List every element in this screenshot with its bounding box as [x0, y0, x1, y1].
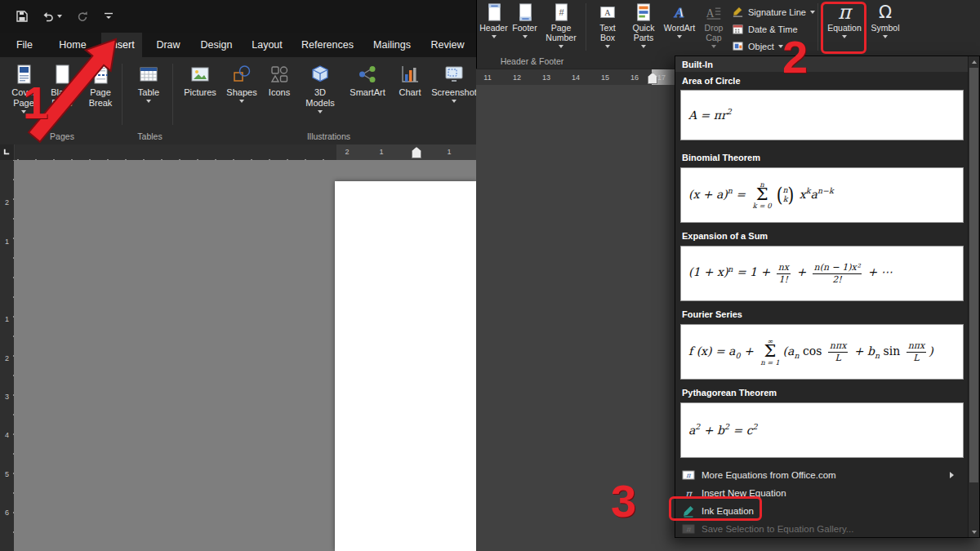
wordart-button[interactable]: A WordArt [662, 1, 697, 53]
screenshot-icon [443, 63, 465, 86]
group-divider [172, 64, 173, 125]
footer-icon [515, 2, 535, 22]
gallery-item-expansion-of-a-sum[interactable]: (1 + x)n = 1 + nx1! + n(n − 1)x²2! + ⋯ [680, 246, 964, 301]
text-box-button[interactable]: A Text Box [590, 1, 625, 53]
ruler-number: 17 [657, 73, 666, 82]
chevron-down-icon [559, 45, 564, 48]
submenu-arrow-icon [950, 472, 954, 478]
3d-models-button[interactable]: 3D Models [297, 60, 343, 131]
equation-preview: (x + a)n = nΣk = 0(nk) xkan−k [688, 181, 834, 210]
svg-text:A: A [706, 7, 714, 20]
word-window: File Home Insert Draw Design Layout Refe… [0, 0, 980, 551]
shapes-button[interactable]: Shapes [222, 60, 261, 131]
svg-text:A: A [604, 8, 611, 17]
ruler-number: 2 [0, 354, 14, 362]
quick-parts-icon [634, 2, 653, 22]
pictures-icon [189, 63, 211, 86]
icons-button[interactable]: Icons [262, 60, 296, 131]
document-page[interactable] [335, 181, 476, 551]
gallery-item-pythagorean-theorem[interactable]: a2 + b2 = c2 [680, 402, 964, 458]
chart-button[interactable]: Chart [391, 60, 429, 131]
equation-preview: A = πr2 [688, 107, 732, 122]
ruler-number: 13 [541, 73, 551, 82]
tab-references[interactable]: References [296, 33, 359, 57]
screenshot-button[interactable]: Screenshot [430, 60, 479, 131]
chevron-down-icon [605, 45, 610, 48]
ruler-page-zone [336, 144, 476, 160]
ruler-number: 15 [600, 73, 610, 82]
ruler-number: 5 [0, 470, 14, 478]
step-3-label: 3 [611, 478, 636, 524]
tab-review[interactable]: Review [425, 33, 470, 57]
quick-parts-button[interactable]: Quick Parts [626, 1, 661, 53]
group-label-header-footer: Header & Footer [479, 56, 586, 66]
tab-mailings[interactable]: Mailings [366, 33, 418, 57]
drop-cap-icon: A [704, 2, 724, 22]
gallery-item-name: Expansion of a Sum [682, 231, 768, 241]
ruler-number: 11 [483, 73, 492, 82]
vertical-ruler: 2 1 1 2 3 4 5 6 [0, 160, 15, 551]
ruler-number: 6 [0, 509, 14, 517]
chevron-down-icon [810, 11, 815, 14]
tab-layout[interactable]: Layout [245, 33, 289, 57]
save-selection-icon: π [682, 522, 695, 535]
dropdown-scrollbar[interactable] [968, 56, 979, 537]
equation-preview: f (x) = a0 + ∞Σn = 1(an cos nπxL + bn si… [688, 338, 933, 367]
document-canvas-area [14, 160, 476, 551]
ruler-number: 1 [0, 315, 14, 323]
chevron-down-icon [677, 35, 682, 38]
object-button[interactable]: Object [731, 38, 783, 54]
object-icon [731, 40, 744, 53]
icons-icon [269, 63, 290, 86]
date-time-icon [731, 23, 744, 36]
gallery-item-binomial-theorem[interactable]: (x + a)n = nΣk = 0(nk) xkan−k [680, 167, 964, 223]
gallery-item-name: Pythagorean Theorem [682, 388, 777, 398]
chevron-down-icon [492, 35, 497, 38]
equation-preview: a2 + b2 = c2 [688, 422, 758, 438]
chevron-down-icon [641, 45, 646, 48]
page-number-button[interactable]: # Page Number [541, 1, 581, 53]
equation-highlight-box [821, 2, 866, 54]
menu-item-label: More Equations from Office.com [702, 470, 836, 480]
symbol-omega-icon: Ω [879, 2, 892, 22]
shapes-icon [231, 63, 252, 86]
ruler-number: 1 [376, 148, 386, 156]
page-number-icon: # [551, 2, 571, 22]
ruler-number: 2 [0, 198, 14, 207]
tab-design[interactable]: Design [194, 33, 238, 57]
smartart-icon [357, 63, 378, 86]
footer-button[interactable]: Footer [510, 1, 540, 53]
group-label-illustrations: Illustrations [179, 131, 479, 141]
chevron-down-icon [523, 35, 528, 38]
menu-item-label: Save Selection to Equation Gallery... [702, 524, 853, 534]
text-box-icon: A [598, 2, 617, 22]
step-1-label: 1 [23, 80, 48, 126]
menu-item-save-selection: π Save Selection to Equation Gallery... [675, 520, 969, 538]
equation-preview: (1 + x)n = 1 + nx1! + n(n − 1)x²2! + ⋯ [688, 262, 893, 284]
svg-text:#: # [559, 7, 564, 17]
menu-item-more-equations[interactable]: π More Equations from Office.com [675, 466, 969, 484]
ruler-number: 2 [342, 148, 352, 156]
ruler-number: 16 [630, 73, 639, 82]
pictures-button[interactable]: Pictures [179, 60, 221, 131]
gallery-item-name: Area of Circle [682, 76, 741, 86]
builtin-section-header: Built-In [675, 56, 969, 72]
gallery-item-area-of-circle[interactable]: A = πr2 [680, 90, 964, 140]
scroll-down-icon[interactable] [969, 527, 979, 537]
ruler-number: 1 [0, 238, 14, 246]
group-divider [586, 3, 586, 51]
signature-line-button[interactable]: Signature Line [731, 4, 815, 20]
smartart-button[interactable]: SmartArt [345, 60, 390, 131]
header-button[interactable]: Header [479, 1, 509, 53]
chevron-down-icon [452, 100, 457, 103]
ruler-number: 14 [571, 73, 581, 82]
symbol-button[interactable]: Ω Symbol [866, 1, 904, 53]
signature-line-label: Signature Line [748, 7, 806, 17]
gallery-item-fourier-series[interactable]: f (x) = a0 + ∞Σn = 1(an cos nπxL + bn si… [680, 324, 964, 380]
gallery-item-name: Binomial Theorem [682, 153, 760, 162]
scroll-up-icon[interactable] [969, 56, 979, 67]
step-2-label: 2 [782, 34, 808, 80]
more-equations-icon: π [682, 469, 695, 482]
scrollbar-thumb[interactable] [969, 68, 978, 482]
drop-cap-button: A Drop Cap [697, 1, 731, 53]
